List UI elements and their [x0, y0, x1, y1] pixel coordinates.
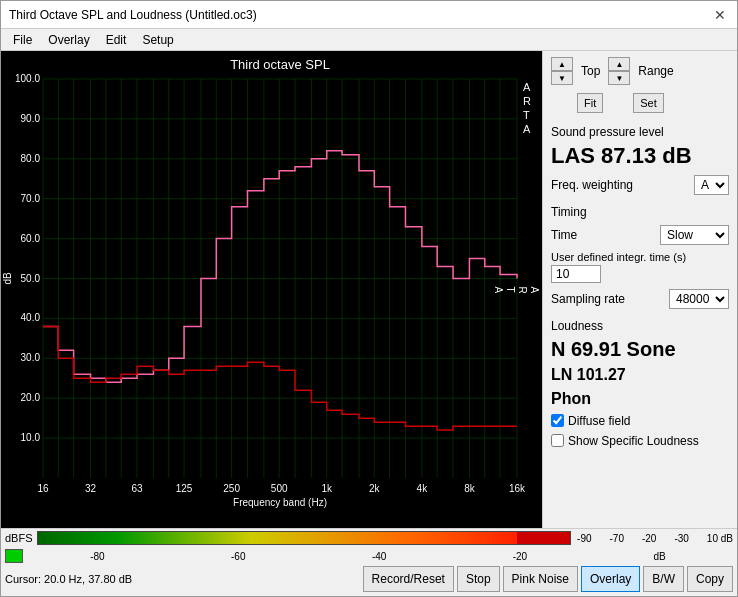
meter-green-indicator [5, 549, 23, 563]
action-buttons: Record/Reset Stop Pink Noise Overlay B/W… [363, 566, 733, 592]
chart-canvas [1, 51, 542, 528]
meter-top-ticks: -90 -70 -20 -30 10 dB [571, 533, 733, 544]
stop-button[interactable]: Stop [457, 566, 500, 592]
time-label: Time [551, 228, 577, 242]
user-defined-row: User defined integr. time (s) 10 [551, 251, 729, 283]
spl-section-label: Sound pressure level [551, 125, 729, 139]
user-defined-label: User defined integr. time (s) [551, 251, 686, 263]
menu-bar: File Overlay Edit Setup [1, 29, 737, 51]
n-value: N 69.91 Sone [551, 337, 729, 361]
time-row: Time SlowFastImpulse [551, 225, 729, 245]
overlay-button[interactable]: Overlay [581, 566, 640, 592]
user-defined-input[interactable]: 10 [551, 265, 601, 283]
menu-file[interactable]: File [5, 31, 40, 48]
set-button[interactable]: Set [633, 93, 664, 113]
loudness-section-label: Loudness [551, 319, 729, 333]
freq-weighting-select[interactable]: ABCZ [694, 175, 729, 195]
diffuse-field-row: Diffuse field [551, 414, 729, 428]
arta-label: ARTA [492, 286, 540, 293]
meter-label: dBFS [5, 532, 37, 544]
pink-noise-button[interactable]: Pink Noise [503, 566, 578, 592]
ln-value: LN 101.27 [551, 365, 729, 384]
range-nav-group: ▲ ▼ [608, 57, 630, 85]
show-specific-label: Show Specific Loudness [568, 434, 699, 448]
top-down-button[interactable]: ▼ [551, 71, 573, 85]
meter-top-row: dBFS -90 -70 -20 -30 10 dB [1, 529, 737, 547]
meter-bar-top [37, 531, 571, 545]
title-bar: Third Octave SPL and Loudness (Untitled.… [1, 1, 737, 29]
copy-button[interactable]: Copy [687, 566, 733, 592]
record-reset-button[interactable]: Record/Reset [363, 566, 454, 592]
menu-edit[interactable]: Edit [98, 31, 135, 48]
close-button[interactable]: ✕ [711, 6, 729, 24]
chart-area: ARTA [1, 51, 542, 528]
spl-value: LAS 87.13 dB [551, 143, 729, 169]
freq-weighting-label: Freq. weighting [551, 178, 633, 192]
fit-button[interactable]: Fit [577, 93, 603, 113]
show-specific-checkbox[interactable] [551, 434, 564, 447]
main-window: Third Octave SPL and Loudness (Untitled.… [0, 0, 738, 597]
range-down-button[interactable]: ▼ [608, 71, 630, 85]
bw-button[interactable]: B/W [643, 566, 684, 592]
menu-setup[interactable]: Setup [134, 31, 181, 48]
phon-label: Phon [551, 389, 729, 408]
range-label: Range [634, 64, 677, 78]
meter-bottom-row: -80 -60 -40 -20 dB [1, 547, 737, 565]
nav-controls: ▲ ▼ Top ▲ ▼ Range [551, 57, 729, 85]
time-select[interactable]: SlowFastImpulse [660, 225, 729, 245]
diffuse-field-label: Diffuse field [568, 414, 630, 428]
range-up-button[interactable]: ▲ [608, 57, 630, 71]
meter-bottom-ticks: -80 -60 -40 -20 dB [23, 551, 733, 562]
bottom-buttons-row: Cursor: 20.0 Hz, 37.80 dB Record/Reset S… [1, 565, 737, 593]
sampling-rate-row: Sampling rate 480004410022050 [551, 289, 729, 309]
top-nav-group: ▲ ▼ [551, 57, 573, 85]
bottom-bar: dBFS -90 -70 -20 -30 10 dB -80 -6 [1, 528, 737, 596]
diffuse-field-checkbox[interactable] [551, 414, 564, 427]
right-panel: ▲ ▼ Top ▲ ▼ Range Fit Set Sound pressure… [542, 51, 737, 528]
sampling-rate-select[interactable]: 480004410022050 [669, 289, 729, 309]
window-title: Third Octave SPL and Loudness (Untitled.… [9, 8, 257, 22]
freq-weighting-row: Freq. weighting ABCZ [551, 175, 729, 195]
top-label: Top [577, 64, 604, 78]
cursor-label: Cursor: 20.0 Hz, 37.80 dB [5, 573, 132, 585]
top-up-button[interactable]: ▲ [551, 57, 573, 71]
show-specific-row: Show Specific Loudness [551, 434, 729, 448]
timing-section-label: Timing [551, 205, 729, 219]
fit-set-row: Fit Set [551, 93, 729, 113]
sampling-rate-label: Sampling rate [551, 292, 625, 306]
menu-overlay[interactable]: Overlay [40, 31, 97, 48]
main-content: ARTA ▲ ▼ Top ▲ ▼ Range Fit [1, 51, 737, 528]
